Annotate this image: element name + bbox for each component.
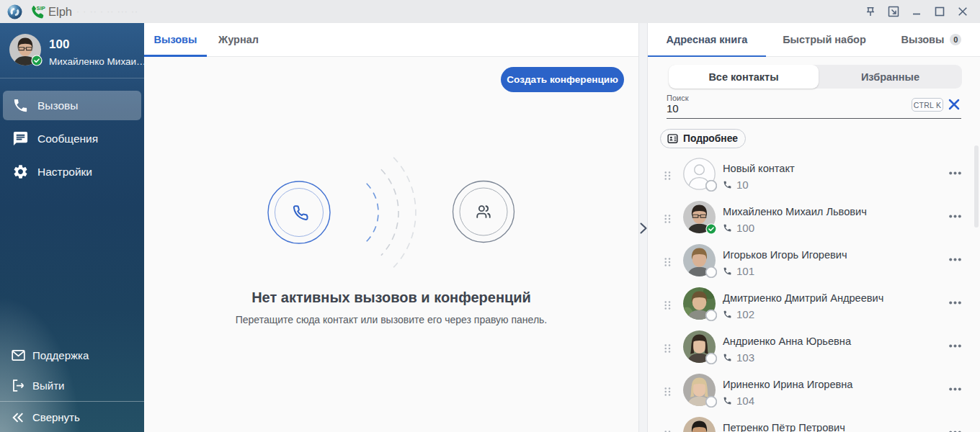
svg-text:SIP: SIP [37,4,45,11]
